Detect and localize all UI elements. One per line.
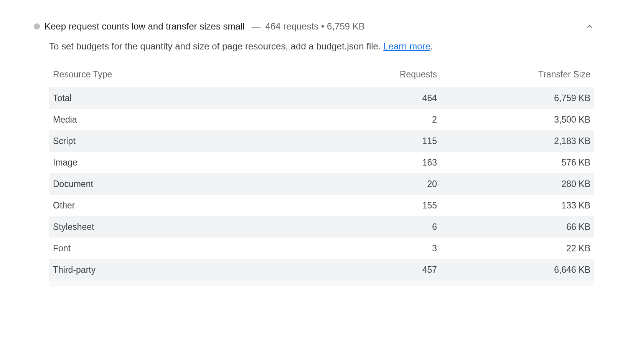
cell-type: Script [49,130,322,152]
summary-separator: — [252,21,261,32]
cell-requests: 464 [322,87,442,109]
audit-description-text: To set budgets for the quantity and size… [49,41,383,51]
table-row: Script 115 2,183 KB [49,130,594,152]
audit-description: To set budgets for the quantity and size… [34,39,594,64]
table-row: Image 163 576 KB [49,152,594,173]
cell-requests: 20 [322,173,442,195]
table-row: Other 155 133 KB [49,195,594,216]
cell-size: 2,183 KB [442,130,594,152]
cell-requests: 155 [322,195,442,216]
table-header-row: Resource Type Requests Transfer Size [49,64,594,87]
cell-requests: 2 [322,109,442,130]
cell-size: 576 KB [442,152,594,173]
cell-requests: 457 [322,259,442,280]
cell-size: 66 KB [442,216,594,238]
learn-more-link[interactable]: Learn more [383,41,430,51]
col-header-type: Resource Type [49,64,322,87]
audit-panel: Keep request counts low and transfer siz… [34,21,594,286]
cell-type: Total [49,87,322,109]
cell-type: Other [49,195,322,216]
table-row: Stylesheet 6 66 KB [49,216,594,238]
cell-size: 133 KB [442,195,594,216]
audit-header[interactable]: Keep request counts low and transfer siz… [34,21,594,39]
cell-size: 280 KB [442,173,594,195]
col-header-size: Transfer Size [442,64,594,87]
cell-requests: 6 [322,216,442,238]
col-header-requests: Requests [322,64,442,87]
cell-type: Third-party [49,259,322,280]
table-row: Document 20 280 KB [49,173,594,195]
table-row: Total 464 6,759 KB [49,87,594,109]
audit-summary: 464 requests • 6,759 KB [265,21,365,32]
cell-size: 6,759 KB [442,87,594,109]
cell-type: Image [49,152,322,173]
resource-table-wrap: Resource Type Requests Transfer Size Tot… [49,64,594,286]
cell-type: Media [49,109,322,130]
table-row: Third-party 457 6,646 KB [49,259,594,280]
table-row: Media 2 3,500 KB [49,109,594,130]
cell-requests: 115 [322,130,442,152]
cell-size: 3,500 KB [442,109,594,130]
cell-requests: 3 [322,238,442,259]
cell-size: 6,646 KB [442,259,594,280]
status-dot-icon [34,23,40,30]
cell-type: Stylesheet [49,216,322,238]
table-row: Font 3 22 KB [49,238,594,259]
cell-type: Document [49,173,322,195]
cell-size: 22 KB [442,238,594,259]
audit-description-suffix: . [430,41,433,51]
audit-title: Keep request counts low and transfer siz… [45,21,245,32]
cell-type: Font [49,238,322,259]
cell-requests: 163 [322,152,442,173]
chevron-up-icon[interactable] [585,22,594,31]
resource-table: Resource Type Requests Transfer Size Tot… [49,64,594,280]
